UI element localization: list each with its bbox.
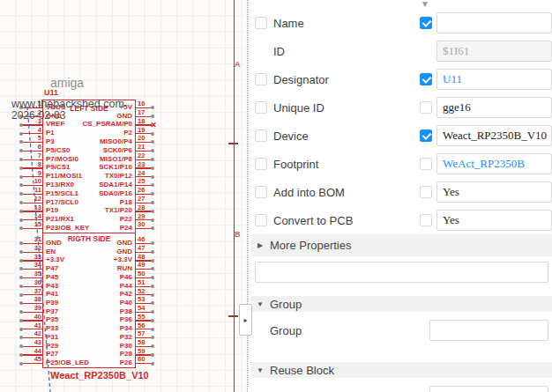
pin-row: 37 P41 P42 ✕ 52	[43, 290, 135, 299]
pin-row: 15 P23/OB_KEY P24 ✕ 30	[43, 224, 135, 233]
pin-dot-left[interactable]	[19, 123, 23, 127]
sheet-border-line	[234, 0, 235, 392]
section-header[interactable]: ▼ Group	[251, 296, 552, 312]
property-visibility-checkbox[interactable]	[420, 129, 432, 142]
section-title: Group	[270, 298, 302, 311]
pin-row: 4 P1 P2 ✕ 19	[43, 129, 135, 137]
pin-dot-left[interactable]	[19, 301, 23, 305]
component-rp2350b-symbol[interactable]: LEFT SIDE RIGTH SIDE 1 VBUS +5V ✕ 16 2	[42, 100, 136, 368]
pin-dot-left[interactable]	[19, 210, 23, 213]
pin-dot-left[interactable]	[19, 344, 23, 348]
property-visibility-checkbox[interactable]	[420, 101, 432, 114]
pin-dot-left[interactable]	[19, 201, 23, 204]
pin-dot-left[interactable]	[19, 218, 23, 222]
property-visibility-checkbox[interactable]	[420, 158, 432, 170]
pin-dot-left[interactable]	[19, 140, 23, 144]
pin-row: 42 P31 P32 ✕ 57	[43, 333, 135, 342]
pin-name-left: P11/MOSI1	[46, 173, 82, 180]
property-input[interactable]: Yes	[436, 210, 552, 231]
pin-number-left: 39	[28, 305, 41, 312]
property-row: Convert to PCB Yes	[251, 206, 552, 234]
pin-stub-left	[22, 363, 43, 364]
property-visibility-checkbox[interactable]	[420, 73, 432, 85]
property-input[interactable]	[436, 12, 552, 33]
pin-dot-left[interactable]	[19, 183, 23, 187]
pin-dot-left[interactable]	[19, 285, 23, 288]
pin-dot-left[interactable]	[19, 158, 23, 161]
section-field-input[interactable]	[429, 386, 548, 392]
pin-name-left: P43	[46, 283, 58, 290]
pin-dot-left[interactable]	[19, 362, 23, 366]
pin-dot-left[interactable]	[19, 319, 23, 322]
pin-dot-left[interactable]	[19, 353, 23, 357]
pin-dot-left[interactable]	[19, 132, 23, 136]
pin-number-right: 30	[138, 221, 152, 228]
property-input[interactable]: WeAct_RP2350B	[436, 153, 552, 174]
pin-name-right: +3.3V	[114, 256, 132, 263]
pin-dot-left[interactable]	[19, 149, 23, 152]
pin-number-left: 6	[28, 144, 41, 151]
property-input[interactable]: gge16	[436, 97, 552, 118]
more-properties-input[interactable]	[255, 262, 548, 283]
property-select-checkbox[interactable]	[255, 129, 267, 142]
pin-number-left: 7	[28, 152, 41, 159]
pin-dot-left[interactable]	[19, 241, 23, 245]
property-label: Name	[273, 17, 420, 30]
section-header[interactable]: ▼ Reuse Block	[251, 362, 552, 378]
pin-name-left: P39	[46, 300, 58, 307]
property-select-checkbox[interactable]	[255, 73, 267, 85]
component-device-label[interactable]: Weact_RP2350B_V10	[50, 370, 149, 381]
pin-name-right: P42	[120, 291, 132, 298]
pin-dot-left[interactable]	[19, 192, 23, 196]
pin-dot-left[interactable]	[19, 259, 23, 263]
pin-dot-left[interactable]	[19, 336, 23, 339]
schematic-note-date[interactable]: 2026-02-03	[11, 109, 65, 122]
property-select-checkbox[interactable]	[255, 17, 267, 29]
pin-dot-left[interactable]	[19, 328, 23, 331]
pin-dot-left[interactable]	[19, 310, 23, 314]
property-input[interactable]: Weact_RP2350B_V10	[436, 125, 552, 146]
property-select-checkbox[interactable]	[255, 186, 267, 198]
property-visibility-checkbox[interactable]	[420, 186, 432, 198]
property-label: Device	[273, 129, 420, 143]
pin-name-left: P33	[46, 325, 58, 332]
pin-row: 10 P13/RX0 SDA1/P14 ✕ 25	[43, 181, 135, 189]
property-visibility-checkbox[interactable]	[420, 17, 432, 29]
property-input[interactable]: $1I61	[436, 41, 552, 62]
sheet-zone-tick	[228, 315, 238, 317]
pin-dot-left[interactable]	[19, 226, 23, 230]
property-value: Weact_RP2350B_V10	[443, 129, 547, 143]
schematic-note-title[interactable]: amiga	[50, 76, 84, 90]
pin-row: 6 P5/CS0 SCK0/P6 ✕ 21	[43, 146, 135, 155]
pin-rows-top: 1 VBUS +5V ✕ 16 2 GND GND	[43, 103, 135, 233]
section-field-label: Group	[270, 324, 429, 337]
pin-dot-left[interactable]	[19, 293, 23, 297]
property-visibility-checkbox[interactable]	[420, 214, 432, 226]
schematic-note-url[interactable]: www.thebackshed.com	[11, 98, 124, 110]
collapse-arrow-icon: ▸	[243, 316, 247, 324]
section-field-input[interactable]	[429, 320, 548, 341]
pin-number-right: 56	[138, 322, 152, 329]
more-properties-header[interactable]: ▶ More Properties	[251, 234, 552, 256]
property-select-checkbox[interactable]	[255, 158, 267, 170]
panel-collapse-handle[interactable]: ▸	[239, 304, 252, 336]
scroll-up-arrow-icon[interactable]: ▼	[421, 0, 429, 9]
pin-name-right: P38	[120, 308, 132, 315]
pin-number-right: 24	[138, 170, 152, 177]
pin-dot-left[interactable]	[19, 276, 23, 279]
pin-name-right: P36	[120, 316, 132, 323]
schematic-canvas[interactable]: A B amiga www.thebackshed.com 2026-02-03…	[0, 0, 244, 392]
pin-dot-left[interactable]	[19, 166, 23, 170]
pin-number-right: 29	[138, 213, 152, 220]
property-select-checkbox[interactable]	[255, 101, 267, 114]
pin-dot-left[interactable]	[19, 175, 23, 179]
property-select-checkbox[interactable]	[255, 214, 267, 226]
pin-number-right: 16	[138, 100, 152, 107]
property-input[interactable]: U11	[436, 69, 552, 90]
pin-dot-left[interactable]	[19, 267, 23, 270]
pin-dot-left[interactable]	[19, 250, 23, 254]
property-input[interactable]: Yes	[436, 181, 552, 203]
pin-name-left: P19	[46, 207, 58, 214]
pin-number-right: 19	[138, 127, 152, 134]
pin-name-left: P25/OB_LED	[46, 359, 89, 366]
